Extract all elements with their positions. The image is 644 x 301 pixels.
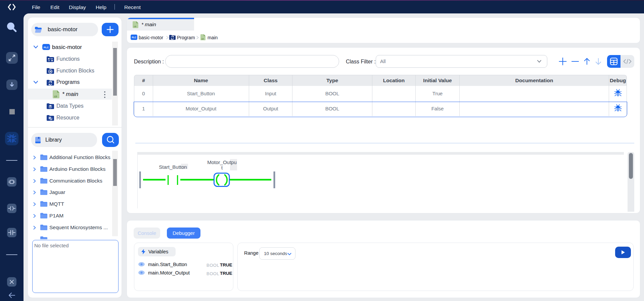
svg-text:Motor_Outpu: Motor_Outpu (207, 159, 237, 165)
svg-text:PLC: PLC (44, 46, 49, 49)
svg-text:t: t (221, 165, 223, 170)
svg-text:Start_Button: Start_Button (159, 164, 187, 170)
svg-text:PLC: PLC (132, 36, 136, 39)
svg-text:LD: LD (54, 95, 57, 98)
svg-text:LD: LD (134, 26, 136, 28)
svg-text:LD: LD (201, 38, 204, 40)
